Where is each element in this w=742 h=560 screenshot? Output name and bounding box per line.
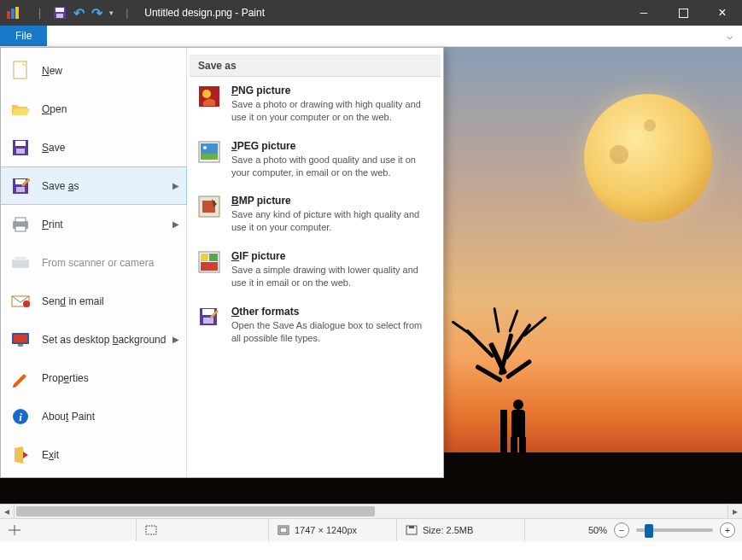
file-menu-left-column: New Open Save Save as ▶ Print ▶ From sca…	[1, 48, 187, 477]
option-desc: Save a simple drawing with lower quality…	[231, 264, 433, 289]
redo-button[interactable]: ↷	[89, 5, 105, 21]
maximize-button[interactable]	[663, 0, 703, 26]
menu-item-open[interactable]: Open	[1, 90, 186, 128]
cursor-position	[0, 519, 137, 541]
image-dimensions: 1747 × 1240px	[269, 519, 397, 541]
file-size: Size: 2.5MB	[397, 519, 525, 541]
new-icon	[9, 60, 32, 82]
ribbon-collapse-button[interactable]: ⌵	[716, 26, 742, 46]
file-size-value: Size: 2.5MB	[423, 525, 473, 535]
option-title: BMP picture	[231, 195, 433, 207]
app-icon	[0, 6, 27, 20]
scroll-left-button[interactable]: ◂	[0, 505, 15, 518]
menu-label: Properties	[42, 372, 89, 384]
separator: |	[36, 7, 44, 19]
svg-rect-13	[409, 526, 414, 528]
menu-label: New	[42, 65, 62, 77]
submenu-arrow-icon: ▶	[172, 219, 179, 229]
qat-customize-button[interactable]: ▾	[107, 9, 116, 17]
selection-size	[137, 519, 269, 541]
person-graphic	[504, 400, 533, 459]
option-desc: Open the Save As dialogue box to select …	[231, 319, 433, 345]
email-icon	[9, 290, 32, 312]
menu-item-exit[interactable]: Exit	[1, 435, 186, 474]
svg-rect-22	[15, 218, 26, 222]
undo-button[interactable]: ↶	[71, 5, 87, 21]
png-icon	[197, 85, 221, 108]
svg-rect-23	[15, 226, 26, 231]
svg-rect-20	[16, 187, 25, 192]
menu-item-set-desktop[interactable]: Set as desktop background ▶	[1, 320, 186, 359]
save-icon	[9, 137, 32, 159]
jpeg-icon	[197, 140, 221, 164]
zoom-slider-knob[interactable]	[645, 524, 653, 538]
menu-item-about[interactable]: i About Paint	[1, 397, 186, 435]
quick-access-toolbar: | ↶ ↷ ▾ |	[27, 5, 136, 21]
scanner-icon	[9, 252, 32, 274]
svg-rect-16	[15, 141, 26, 146]
scroll-track[interactable]	[15, 505, 727, 518]
submenu-arrow-icon: ▶	[172, 335, 179, 344]
svg-rect-4	[56, 8, 64, 12]
moon-graphic	[584, 94, 712, 222]
scroll-thumb[interactable]	[16, 506, 375, 516]
svg-rect-11	[280, 528, 287, 533]
bmp-icon	[197, 195, 221, 219]
svg-text:i: i	[19, 411, 22, 423]
properties-icon	[9, 367, 32, 389]
menu-label: Save	[42, 142, 65, 154]
about-icon: i	[9, 405, 32, 428]
menu-item-save[interactable]: Save	[1, 128, 186, 166]
svg-rect-36	[201, 143, 218, 154]
svg-point-27	[23, 300, 30, 307]
separator: |	[123, 7, 131, 19]
save-as-png[interactable]: PNG pictureSave a photo or drawing with …	[187, 77, 443, 132]
menu-label: Open	[42, 103, 67, 115]
menu-item-properties[interactable]: Properties	[1, 359, 186, 397]
svg-rect-24	[12, 260, 29, 268]
menu-item-from-scanner[interactable]: From scanner or camera	[1, 243, 186, 282]
save-as-gif[interactable]: GIF pictureSave a simple drawing with lo…	[187, 242, 443, 298]
save-as-submenu: Save as PNG pictureSave a photo or drawi…	[187, 48, 443, 477]
zoom-controls: 50% − +	[581, 522, 742, 538]
menu-item-print[interactable]: Print ▶	[1, 205, 186, 243]
gif-icon	[197, 250, 221, 274]
menu-label: Save as	[42, 180, 79, 192]
zoom-slider[interactable]	[636, 528, 713, 532]
svg-rect-2	[15, 7, 19, 19]
submenu-arrow-icon: ▶	[172, 181, 179, 190]
svg-rect-9	[146, 526, 156, 534]
svg-rect-6	[679, 9, 687, 17]
svg-point-38	[203, 146, 207, 149]
menu-item-save-as[interactable]: Save as ▶	[1, 166, 187, 205]
save-as-jpeg[interactable]: JPEG pictureSave a photo with good quali…	[187, 132, 443, 188]
close-button[interactable]: ×	[703, 0, 742, 26]
save-as-bmp[interactable]: BMP pictureSave any kind of picture with…	[187, 187, 443, 242]
scroll-right-button[interactable]: ▸	[727, 505, 742, 518]
minimize-button[interactable]: ─	[624, 0, 663, 26]
horizontal-scrollbar[interactable]: ◂ ▸	[0, 504, 742, 518]
file-tab[interactable]: File	[0, 26, 47, 46]
save-as-other[interactable]: Other formatsOpen the Save As dialogue b…	[187, 298, 443, 353]
menu-label: Send in email	[42, 295, 104, 307]
menu-item-new[interactable]: New	[1, 51, 186, 90]
svg-rect-41	[201, 254, 208, 261]
save-as-icon	[9, 175, 32, 197]
zoom-out-button[interactable]: −	[614, 522, 629, 538]
window-title: Untitled design.png - Paint	[144, 7, 624, 19]
save-qat-button[interactable]	[50, 6, 69, 20]
zoom-in-button[interactable]: +	[720, 522, 735, 538]
exit-icon	[9, 444, 32, 466]
option-title: Other formats	[231, 306, 433, 318]
menu-label: Exit	[42, 449, 59, 461]
ribbon-tabs: File ⌵	[0, 26, 742, 47]
desktop-icon	[9, 329, 32, 351]
menu-label: Print	[42, 219, 63, 230]
other-formats-icon	[197, 306, 221, 330]
menu-label: From scanner or camera	[42, 257, 154, 269]
status-bar: 1747 × 1240px Size: 2.5MB 50% − +	[0, 518, 742, 541]
file-menu: New Open Save Save as ▶ Print ▶ From sca…	[0, 47, 444, 478]
submenu-header: Save as	[190, 55, 441, 77]
menu-item-send-email[interactable]: Send in email	[1, 282, 186, 320]
svg-rect-37	[201, 154, 218, 160]
